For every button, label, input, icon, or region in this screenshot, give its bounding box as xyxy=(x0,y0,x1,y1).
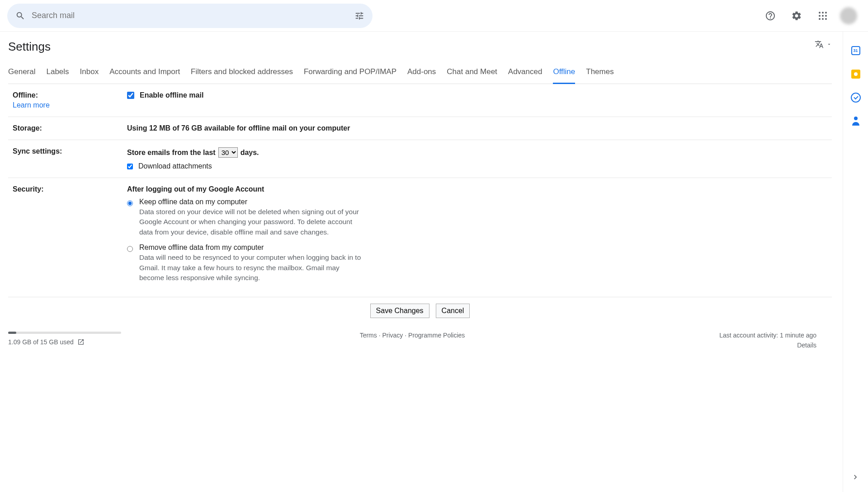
button-row: Save Changes Cancel xyxy=(8,297,832,327)
offline-row: Offline: Learn more Enable offline mail xyxy=(8,84,832,117)
storage-bar xyxy=(8,332,121,334)
learn-more-link[interactable]: Learn more xyxy=(13,101,127,109)
tab-advanced[interactable]: Advanced xyxy=(508,64,542,84)
sync-prefix: Store emails from the last xyxy=(127,149,216,157)
sync-label: Sync settings: xyxy=(8,147,127,170)
tune-icon[interactable] xyxy=(354,11,364,21)
svg-point-0 xyxy=(819,12,821,14)
offline-label: Offline: xyxy=(13,91,38,99)
sync-suffix: days. xyxy=(241,149,259,157)
search-input[interactable] xyxy=(32,11,354,20)
details-link[interactable]: Details xyxy=(681,342,816,349)
svg-point-1 xyxy=(822,12,824,14)
remove-data-title: Remove offline data from my computer xyxy=(139,244,362,252)
remove-data-desc: Data will need to be resynced to your co… xyxy=(139,253,362,283)
svg-point-7 xyxy=(822,18,824,20)
tab-general[interactable]: General xyxy=(8,64,35,84)
account-avatar[interactable] xyxy=(840,7,857,24)
download-attachments-checkbox[interactable] xyxy=(127,164,133,169)
tasks-app-icon[interactable] xyxy=(850,92,861,103)
keep-data-radio[interactable] xyxy=(127,199,133,207)
cancel-button[interactable]: Cancel xyxy=(436,304,470,318)
search-icon xyxy=(15,11,25,21)
enable-offline-label: Enable offline mail xyxy=(140,91,203,99)
svg-point-2 xyxy=(825,12,827,14)
storage-text: Using 12 MB of 76 GB available for offli… xyxy=(127,124,832,132)
sync-row: Sync settings: Store emails from the las… xyxy=(8,140,832,178)
chevron-right-icon xyxy=(851,473,860,482)
security-row: Security: After logging out of my Google… xyxy=(8,178,832,297)
gear-icon xyxy=(791,10,802,21)
apps-button[interactable] xyxy=(814,7,832,25)
help-icon xyxy=(765,10,776,21)
svg-point-5 xyxy=(825,15,827,17)
tab-addons[interactable]: Add-ons xyxy=(407,64,436,84)
expand-side-panel[interactable] xyxy=(851,473,860,483)
keep-data-desc: Data stored on your device will not be d… xyxy=(139,207,362,237)
remove-data-radio[interactable] xyxy=(127,245,133,253)
svg-point-4 xyxy=(822,15,824,17)
last-activity: Last account activity: 1 minute ago xyxy=(681,332,816,339)
storage-row: Storage: Using 12 MB of 76 GB available … xyxy=(8,117,832,140)
enable-offline-checkbox[interactable] xyxy=(127,92,134,99)
keep-data-title: Keep offline data on my computer xyxy=(139,198,362,206)
footer: 1.09 GB of 15 GB used Terms · Privacy · … xyxy=(8,327,821,358)
svg-point-8 xyxy=(825,18,827,20)
download-attachments-label: Download attachments xyxy=(138,162,212,170)
storage-used-text: 1.09 GB of 15 GB used xyxy=(8,338,74,346)
search-bar[interactable] xyxy=(7,4,373,28)
terms-link[interactable]: Terms xyxy=(360,332,377,339)
tab-filters[interactable]: Filters and blocked addresses xyxy=(191,64,293,84)
settings-button[interactable] xyxy=(788,7,806,25)
tab-labels[interactable]: Labels xyxy=(46,64,69,84)
storage-label: Storage: xyxy=(8,124,127,132)
privacy-link[interactable]: Privacy xyxy=(382,332,403,339)
settings-tabs: General Labels Inbox Accounts and Import… xyxy=(8,64,832,84)
security-label: Security: xyxy=(8,185,127,290)
sync-days-select[interactable]: 30 xyxy=(218,147,238,158)
apps-icon xyxy=(817,10,828,21)
tab-inbox[interactable]: Inbox xyxy=(80,64,99,84)
svg-point-3 xyxy=(819,15,821,17)
top-icons xyxy=(761,7,857,25)
help-button[interactable] xyxy=(761,7,779,25)
side-panel xyxy=(843,32,868,492)
input-tools-dropdown[interactable] xyxy=(815,40,832,49)
svg-point-6 xyxy=(819,18,821,20)
open-in-new-icon[interactable] xyxy=(77,338,85,346)
chevron-down-icon xyxy=(826,42,832,47)
settings-content: Settings General Labels Inbox Accounts a… xyxy=(0,32,843,492)
tab-offline[interactable]: Offline xyxy=(553,64,575,84)
save-button[interactable]: Save Changes xyxy=(370,304,429,318)
policies-link[interactable]: Programme Policies xyxy=(408,332,465,339)
input-tools-icon xyxy=(815,40,824,49)
tab-accounts[interactable]: Accounts and Import xyxy=(109,64,180,84)
page-title: Settings xyxy=(8,40,843,54)
calendar-app-icon[interactable] xyxy=(850,45,861,56)
tab-forwarding[interactable]: Forwarding and POP/IMAP xyxy=(304,64,396,84)
security-heading: After logging out of my Google Account xyxy=(127,185,832,193)
contacts-app-icon[interactable] xyxy=(850,116,861,127)
tab-chat[interactable]: Chat and Meet xyxy=(447,64,497,84)
tab-themes[interactable]: Themes xyxy=(586,64,613,84)
top-bar xyxy=(0,0,868,32)
keep-app-icon[interactable] xyxy=(850,69,861,80)
